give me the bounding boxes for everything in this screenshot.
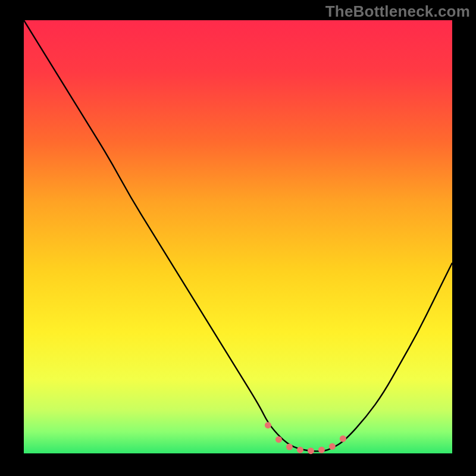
optimal-marker (318, 447, 325, 453)
optimal-marker (286, 444, 293, 450)
chart-container: TheBottleneck.com (0, 0, 476, 476)
watermark-text: TheBottleneck.com (325, 2, 470, 21)
chart-gradient-bg (24, 20, 452, 453)
optimal-marker (297, 447, 303, 453)
optimal-marker (308, 447, 314, 454)
optimal-marker (329, 443, 336, 450)
optimal-marker (265, 422, 271, 428)
bottleneck-chart (0, 0, 476, 476)
optimal-marker (340, 436, 346, 442)
optimal-marker (275, 436, 282, 443)
